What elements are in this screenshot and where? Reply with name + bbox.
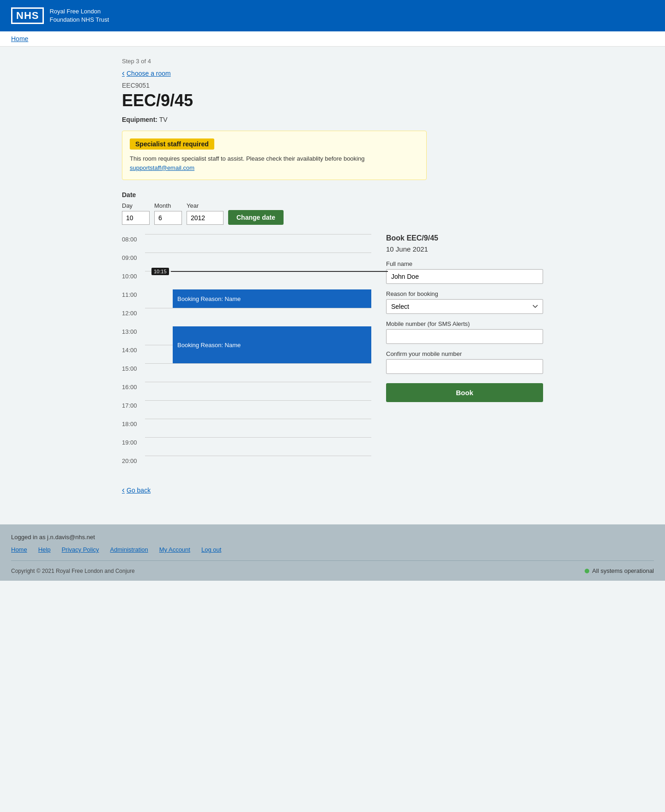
year-label: Year (187, 202, 224, 209)
timeline-row: 15:00 (122, 363, 371, 382)
time-label: 20:00 (122, 456, 145, 464)
footer-link-home[interactable]: Home (11, 546, 27, 553)
nhs-logo: NHS (11, 7, 44, 24)
day-field: Day (122, 202, 150, 225)
timeline-grid: 08:0009:0010:0010:1511:00Booking Reason:… (122, 234, 371, 474)
equipment-label: Equipment: (122, 116, 157, 123)
day-label: Day (122, 202, 150, 209)
timeline-row: 13:00Booking Reason: Name (122, 326, 371, 345)
timeline-row: 11:00Booking Reason: Name (122, 289, 371, 308)
reason-label: Reason for booking (386, 290, 543, 297)
nav-bar: Home (0, 31, 665, 47)
slider-tooltip: 10:15 (151, 268, 169, 275)
time-label: 08:00 (122, 234, 145, 243)
confirm-mobile-input[interactable] (386, 359, 543, 374)
time-area (145, 363, 371, 382)
footer-logged-in: Logged in as j.n.davis@nhs.net (11, 534, 654, 546)
month-label: Month (154, 202, 182, 209)
systems-status-label: All systems operational (592, 567, 654, 574)
reason-group: Reason for booking Select Meeting Traini… (386, 290, 543, 314)
mobile-group: Mobile number (for SMS Alerts) (386, 320, 543, 344)
time-label: 10:00 (122, 271, 145, 280)
footer-copyright: Copyright © 2021 Royal Free London and C… (11, 568, 135, 574)
change-date-button[interactable]: Change date (228, 210, 284, 225)
footer-link-privacy-policy[interactable]: Privacy Policy (61, 546, 99, 553)
booking-block[interactable]: Booking Reason: Name (173, 326, 371, 363)
mobile-input[interactable] (386, 329, 543, 344)
fullname-group: Full name (386, 260, 543, 284)
go-back-link[interactable]: Go back (122, 485, 151, 495)
booking-date-display: 10 June 2021 (386, 245, 543, 253)
month-input[interactable] (154, 211, 182, 225)
footer-links: HomeHelpPrivacy PolicyAdministrationMy A… (11, 546, 654, 561)
confirm-mobile-group: Confirm your mobile number (386, 350, 543, 374)
booking-form-title: Book EEC/9/45 (386, 234, 543, 242)
reason-select[interactable]: Select Meeting Training Other (386, 299, 543, 314)
booking-layout: 08:0009:0010:0010:1511:00Booking Reason:… (122, 234, 543, 474)
mobile-label: Mobile number (for SMS Alerts) (386, 320, 543, 327)
time-label: 16:00 (122, 382, 145, 391)
time-area (145, 382, 371, 400)
timeline-slider-thumb[interactable]: 10:15 (151, 268, 388, 275)
back-to-choose-room[interactable]: Choose a room (122, 68, 171, 78)
room-code: EEC9051 (122, 82, 543, 89)
footer-link-administration[interactable]: Administration (110, 546, 148, 553)
day-input[interactable] (122, 211, 150, 225)
footer-link-log-out[interactable]: Log out (201, 546, 221, 553)
date-section: Date Day Month Year Change date (122, 191, 543, 225)
slider-line (171, 271, 388, 272)
equipment-info: Equipment: TV (122, 116, 543, 123)
confirm-mobile-label: Confirm your mobile number (386, 350, 543, 357)
time-label: 13:00 (122, 326, 145, 335)
main-content: Step 3 of 4 Choose a room EEC9051 EEC/9/… (111, 47, 554, 506)
date-inputs: Day Month Year Change date (122, 202, 543, 225)
timeline: 08:0009:0010:0010:1511:00Booking Reason:… (122, 234, 371, 474)
book-button[interactable]: Book (386, 383, 543, 402)
org-name: Royal Free London Foundation NHS Trust (49, 7, 109, 24)
date-label: Date (122, 191, 543, 198)
time-label: 14:00 (122, 345, 145, 354)
time-area (145, 419, 371, 437)
warning-text: This room requires specialist staff to a… (130, 154, 419, 172)
timeline-row: 12:00 (122, 308, 371, 326)
fullname-input[interactable] (386, 269, 543, 284)
time-area (145, 234, 371, 253)
time-label: 19:00 (122, 437, 145, 446)
time-area (145, 437, 371, 456)
time-label: 09:00 (122, 253, 145, 261)
timeline-row: 16:00 (122, 382, 371, 400)
room-title: EEC/9/45 (122, 91, 543, 110)
time-label: 15:00 (122, 363, 145, 372)
step-indicator: Step 3 of 4 (122, 58, 543, 65)
booking-form-panel: Book EEC/9/45 10 June 2021 Full name Rea… (386, 234, 543, 402)
nav-home-link[interactable]: Home (11, 35, 28, 42)
timeline-row: 10:0010:15 (122, 271, 371, 289)
footer-link-help[interactable]: Help (38, 546, 51, 553)
status-dot-icon (585, 569, 589, 573)
year-field: Year (187, 202, 224, 225)
time-label: 12:00 (122, 308, 145, 317)
timeline-row: 08:00 (122, 234, 371, 253)
go-back-section: Go back (122, 485, 543, 495)
systems-status: All systems operational (585, 567, 654, 574)
site-header: NHS Royal Free London Foundation NHS Tru… (0, 0, 665, 31)
fullname-label: Full name (386, 260, 543, 267)
timeline-row: 20:00 (122, 456, 371, 474)
warning-badge: Specialist staff required (130, 138, 214, 150)
time-label: 17:00 (122, 400, 145, 409)
time-label: 11:00 (122, 289, 145, 298)
timeline-row: 17:00 (122, 400, 371, 419)
support-email-link[interactable]: supportstaff@email.com (130, 164, 194, 171)
time-area (145, 400, 371, 419)
specialist-warning-box: Specialist staff required This room requ… (122, 131, 427, 180)
time-area (145, 308, 371, 326)
footer-link-my-account[interactable]: My Account (159, 546, 190, 553)
footer: Logged in as j.n.davis@nhs.net HomeHelpP… (0, 524, 665, 581)
time-area (145, 456, 371, 474)
year-input[interactable] (187, 211, 224, 225)
equipment-value: TV (159, 116, 168, 123)
booking-block[interactable]: Booking Reason: Name (173, 289, 371, 308)
time-area: 10:15 (145, 271, 371, 289)
timeline-row: 18:00 (122, 419, 371, 437)
month-field: Month (154, 202, 182, 225)
